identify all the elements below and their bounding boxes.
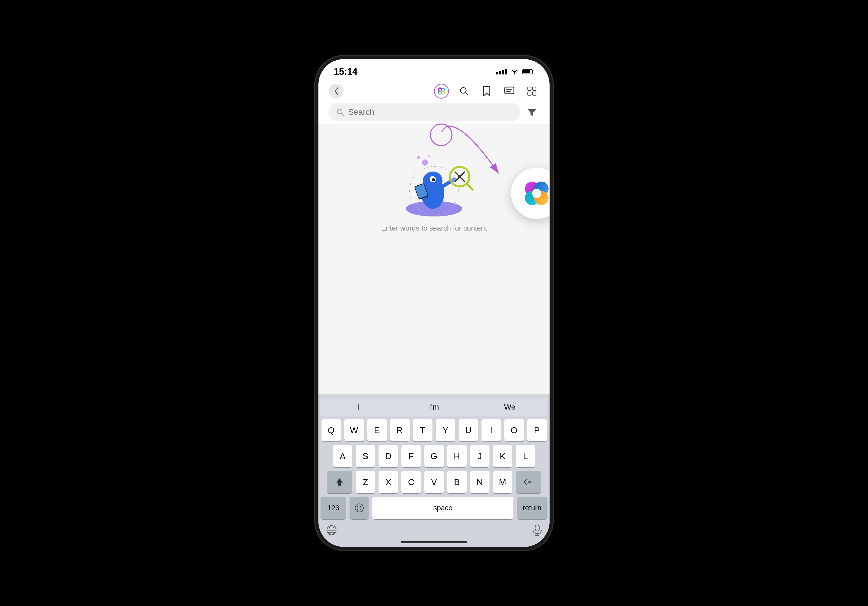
svg-rect-15 (528, 92, 531, 95)
emoji-key[interactable] (350, 497, 369, 519)
key-v[interactable]: V (424, 471, 444, 493)
search-input-wrap[interactable] (329, 103, 520, 121)
svg-point-32 (422, 160, 428, 166)
svg-point-0 (514, 73, 515, 74)
svg-point-28 (459, 175, 461, 178)
key-e[interactable]: E (367, 419, 387, 442)
svg-point-4 (439, 88, 442, 91)
search-input[interactable] (348, 107, 513, 117)
svg-rect-16 (533, 92, 536, 95)
bookmark-icon (482, 86, 491, 96)
key-s[interactable]: S (356, 445, 375, 467)
nav-chat-button[interactable] (502, 84, 517, 99)
svg-rect-53 (535, 525, 539, 531)
nav-grid-button[interactable] (524, 84, 539, 99)
key-b[interactable]: B (447, 471, 467, 493)
suggestion-2[interactable]: I'm (396, 398, 472, 416)
nav-bookmark-button[interactable] (479, 84, 494, 99)
suggestion-3[interactable]: We (472, 398, 547, 416)
search-bar-container (318, 103, 550, 121)
search-icon (459, 86, 469, 96)
filter-button[interactable] (524, 105, 539, 120)
return-key[interactable]: return (517, 497, 547, 519)
space-key[interactable]: space (372, 497, 513, 519)
home-indicator (401, 541, 467, 543)
svg-point-33 (417, 156, 420, 159)
illustration (385, 137, 483, 219)
key-m[interactable]: M (493, 471, 512, 493)
status-time: 15:14 (334, 66, 358, 77)
phone-wrapper: 15:14 (318, 59, 550, 547)
clover-bubble (511, 168, 550, 219)
numbers-key[interactable]: 123 (321, 497, 346, 519)
key-i[interactable]: I (482, 419, 501, 442)
nav-search-button[interactable] (457, 84, 471, 99)
search-hint: Enter words to search for content (366, 224, 502, 232)
key-z[interactable]: Z (356, 471, 375, 493)
svg-rect-13 (528, 87, 531, 90)
status-bar: 15:14 (318, 59, 550, 80)
svg-rect-10 (505, 87, 514, 94)
key-f[interactable]: F (401, 445, 421, 467)
phone-frame: 15:14 (318, 59, 550, 547)
phone-content: 15:14 (318, 59, 550, 547)
key-t[interactable]: T (413, 419, 432, 442)
keyboard-row-2: A S D F G H J K L (321, 445, 547, 467)
keyboard-bottom-row: 123 space return (321, 497, 547, 519)
key-n[interactable]: N (470, 471, 490, 493)
svg-point-34 (428, 155, 430, 157)
microphone-key[interactable] (532, 524, 542, 537)
battery-icon (522, 68, 534, 75)
svg-line-9 (465, 93, 468, 95)
search-input-icon (336, 108, 345, 116)
nav-icons (434, 84, 539, 99)
key-k[interactable]: K (493, 445, 512, 467)
svg-point-23 (432, 178, 435, 181)
svg-point-45 (355, 504, 363, 512)
grid-icon (527, 87, 536, 96)
key-o[interactable]: O (504, 419, 524, 442)
key-a[interactable]: A (333, 445, 352, 467)
key-d[interactable]: D (378, 445, 398, 467)
filter-icon (527, 108, 536, 116)
signal-icon (496, 69, 507, 74)
key-c[interactable]: C (401, 471, 421, 493)
suggestion-1[interactable]: I (321, 398, 396, 416)
svg-line-18 (341, 113, 344, 115)
key-r[interactable]: R (390, 419, 409, 442)
clover-icon-small (436, 86, 447, 96)
back-button[interactable] (329, 84, 344, 99)
key-w[interactable]: W (344, 419, 364, 442)
key-h[interactable]: H (447, 445, 467, 467)
chat-icon (504, 87, 515, 96)
keyboard-suggestions: I I'm We (321, 398, 547, 416)
keyboard: I I'm We Q W E R T Y U I O P (318, 394, 550, 547)
key-y[interactable]: Y (436, 419, 455, 442)
key-p[interactable]: P (527, 419, 547, 442)
status-icons (496, 68, 534, 75)
key-g[interactable]: G (424, 445, 444, 467)
shift-key[interactable] (327, 471, 352, 493)
nav-clover-button[interactable] (434, 84, 449, 99)
key-q[interactable]: Q (321, 419, 341, 442)
backspace-key[interactable] (516, 471, 541, 493)
svg-line-29 (467, 184, 473, 189)
key-x[interactable]: X (378, 471, 398, 493)
svg-rect-2 (523, 70, 530, 73)
key-l[interactable]: L (516, 445, 535, 467)
svg-point-6 (439, 91, 442, 94)
main-content: Enter words to search for content (318, 124, 550, 394)
clover-large-icon (520, 177, 550, 210)
globe-key[interactable] (326, 524, 338, 537)
keyboard-row-3: Z X C V B N M (321, 471, 547, 493)
svg-point-47 (360, 506, 361, 508)
nav-bar (318, 80, 550, 103)
svg-point-40 (532, 189, 541, 198)
wifi-icon (510, 68, 519, 75)
bottom-utility-row (321, 522, 547, 538)
svg-point-7 (442, 91, 444, 94)
svg-point-46 (357, 506, 358, 508)
svg-point-5 (442, 88, 444, 91)
key-u[interactable]: U (459, 419, 478, 442)
key-j[interactable]: J (470, 445, 490, 467)
